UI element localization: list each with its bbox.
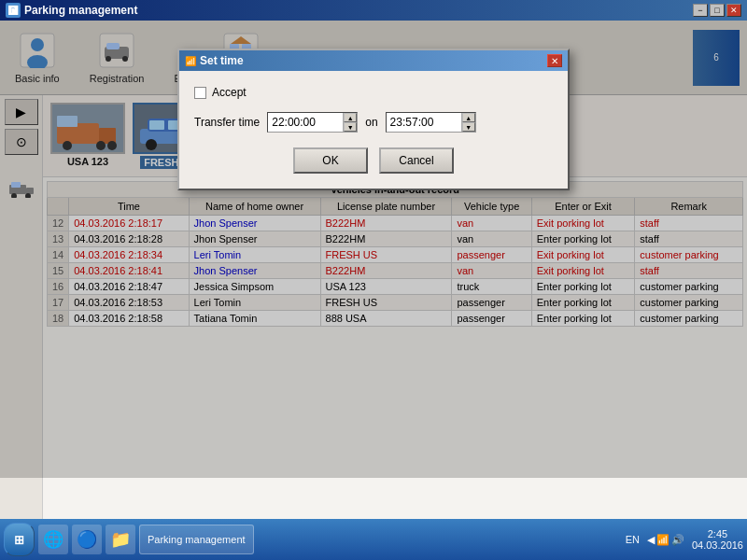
- modal-overlay: 📶 Set time ✕ Accept Transfer time ▲ ▼: [0, 21, 747, 478]
- app-title: Parking management: [24, 4, 137, 17]
- window-controls: − □ ✕: [693, 4, 741, 17]
- taskbar-right: EN ◀ 📶 🔊 2:45 04.03.2016: [626, 528, 743, 551]
- accept-label: Accept: [212, 86, 247, 99]
- app-container: Basic info Registration: [0, 21, 747, 519]
- app-icon: 🅿: [6, 3, 21, 18]
- on-time-spin: ▲ ▼: [461, 113, 475, 132]
- taskbar-app-label: Parking management: [148, 534, 246, 545]
- taskbar-lang: EN: [626, 534, 640, 545]
- transfer-time-input-group: ▲ ▼: [267, 112, 358, 133]
- set-time-dialog: 📶 Set time ✕ Accept Transfer time ▲ ▼: [177, 49, 570, 190]
- taskbar: ⊞ 🌐 🔵 📁 Parking management EN ◀ 📶 🔊 2:45…: [0, 519, 747, 560]
- transfer-time-input[interactable]: [268, 114, 343, 131]
- tray-volume: 🔊: [671, 534, 684, 546]
- transfer-time-down[interactable]: ▼: [344, 122, 357, 132]
- transfer-time-spin: ▲ ▼: [343, 113, 357, 132]
- cancel-button[interactable]: Cancel: [379, 147, 454, 174]
- modal-titlebar: 📶 Set time ✕: [179, 50, 568, 71]
- modal-title: Set time: [200, 54, 244, 67]
- modal-buttons: OK Cancel: [194, 147, 553, 174]
- taskbar-clock: 2:45 04.03.2016: [692, 528, 743, 551]
- minimize-button[interactable]: −: [693, 4, 708, 17]
- modal-close-button[interactable]: ✕: [547, 54, 562, 67]
- quicklaunch-folder[interactable]: 📁: [106, 525, 135, 554]
- on-time-down[interactable]: ▼: [462, 122, 475, 132]
- clock-date: 04.03.2016: [692, 539, 743, 551]
- close-button[interactable]: ✕: [726, 4, 741, 17]
- maximize-button[interactable]: □: [710, 4, 725, 17]
- transfer-time-label: Transfer time: [194, 116, 260, 129]
- on-time-input-group: ▲ ▼: [386, 112, 476, 133]
- on-time-up[interactable]: ▲: [462, 113, 475, 122]
- ok-button[interactable]: OK: [293, 147, 368, 174]
- on-label: on: [365, 116, 377, 129]
- transfer-time-up[interactable]: ▲: [344, 113, 357, 122]
- tray-arrow: ◀: [647, 534, 655, 546]
- quicklaunch: 🌐 🔵 📁: [38, 525, 135, 554]
- tray-icons: ◀ 📶 🔊: [647, 534, 684, 546]
- modal-body: Accept Transfer time ▲ ▼ on: [179, 71, 568, 189]
- quicklaunch-ie[interactable]: 🌐: [38, 525, 68, 554]
- on-time-input[interactable]: [387, 114, 461, 131]
- title-bar: 🅿 Parking management − □ ✕: [0, 0, 747, 21]
- accept-row: Accept: [194, 86, 553, 99]
- modal-icon: 📶: [185, 56, 196, 66]
- taskbar-app-parking[interactable]: Parking management: [139, 525, 254, 554]
- time-row: Transfer time ▲ ▼ on ▲ ▼: [194, 112, 553, 133]
- clock-time: 2:45: [692, 528, 743, 539]
- tray-network: 📶: [656, 534, 669, 546]
- quicklaunch-chrome[interactable]: 🔵: [72, 525, 102, 554]
- start-icon: ⊞: [14, 533, 24, 547]
- start-button[interactable]: ⊞: [4, 523, 35, 556]
- accept-checkbox[interactable]: [194, 87, 206, 99]
